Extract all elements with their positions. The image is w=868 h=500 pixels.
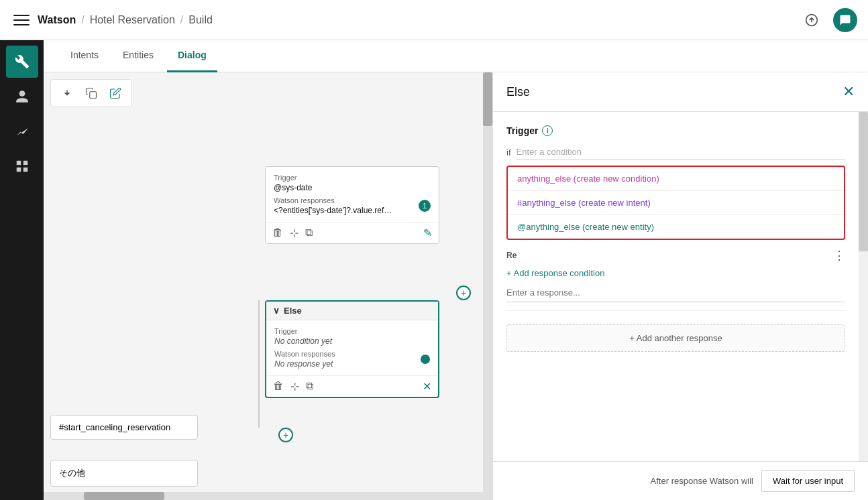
right-panel-header: ✕ — [493, 72, 868, 112]
watson-responses-value-1: <?entities['sys-date']?.value.reformatDa… — [274, 206, 394, 215]
sono-ta-card: その他 — [50, 460, 198, 487]
connector-plus-2[interactable]: + — [278, 428, 293, 442]
node-footer-2: 🗑 ⊹ ⧉ ✕ — [266, 375, 438, 397]
edit-icon-1[interactable]: ✎ — [423, 227, 432, 239]
trigger-info-icon[interactable]: i — [542, 125, 553, 136]
node-footer-1: 🗑 ⊹ ⧉ ✎ — [266, 222, 439, 243]
right-panel-body: Trigger i if a — [493, 112, 859, 461]
connector-line-left — [258, 300, 260, 428]
sidebar-item-analytics[interactable] — [6, 115, 38, 147]
move-icon-2[interactable]: ⊹ — [290, 380, 299, 393]
wait-user-input-button[interactable]: Wait for user input — [761, 470, 855, 492]
trigger-section-title: Trigger i — [506, 125, 845, 136]
three-dot-button[interactable]: ⋮ — [833, 248, 845, 263]
right-panel-scrollbar-thumb[interactable] — [859, 112, 868, 251]
node-sys-date-body: Trigger @sys-date Watson responses <?ent… — [266, 167, 439, 222]
node-footer-icons-1: 🗑 ⊹ ⧉ — [272, 227, 313, 239]
sono-ta-text: その他 — [59, 468, 85, 478]
sidebar-item-grid[interactable] — [6, 150, 38, 182]
divider — [506, 310, 845, 311]
right-panel-scrollbar[interactable] — [859, 112, 868, 461]
trigger-if-label: if — [506, 147, 511, 158]
start-canceling-text: #start_canceling_reservation — [59, 422, 170, 432]
trigger-label-2: Trigger — [274, 327, 430, 335]
canvas-scrollbar-thumb[interactable] — [483, 72, 492, 126]
dropdown-item-anything-else-intent[interactable]: #anything_else (create new intent) — [508, 191, 844, 215]
trigger-value-1: @sys-date — [274, 183, 431, 192]
condition-dropdown: anything_else (create new condition) #an… — [506, 166, 845, 240]
export-button[interactable] — [801, 9, 822, 31]
copy-icon-1[interactable]: ⧉ — [305, 227, 313, 239]
node-else-header: ∨ Else — [266, 302, 438, 320]
node-else-body: Trigger No condition yet Watson response… — [266, 320, 438, 375]
canvas-hscrollbar-thumb[interactable] — [84, 492, 164, 500]
move-tool-button[interactable] — [58, 84, 76, 103]
dialog-area: Trigger @sys-date Watson responses <?ent… — [44, 72, 868, 500]
tab-entities[interactable]: Entities — [112, 40, 164, 72]
edit-tool-button[interactable] — [106, 84, 125, 103]
trash-icon-2[interactable]: 🗑 — [273, 380, 284, 393]
move-icon-1[interactable]: ⊹ — [290, 227, 299, 239]
right-panel: ✕ Trigger i if — [492, 72, 868, 500]
start-canceling-card: #start_canceling_reservation — [50, 415, 198, 440]
copy-button[interactable] — [82, 84, 101, 103]
sidebar-item-tools[interactable] — [6, 46, 38, 78]
brand-sep2: / — [180, 14, 183, 26]
tab-dialog[interactable]: Dialog — [167, 40, 217, 72]
brand-sep1: / — [81, 14, 84, 26]
node-else: ∨ Else Trigger No condition yet Watson r… — [265, 300, 439, 398]
close-icon-2[interactable]: ✕ — [423, 380, 431, 393]
node-sys-date: Trigger @sys-date Watson responses <?ent… — [265, 166, 439, 244]
watson-badge-1: 1 — [419, 200, 431, 212]
brand-hotel: Hotel Reservation — [90, 14, 175, 26]
trigger-label-1: Trigger — [274, 174, 431, 182]
watson-responses-label-1: Watson responses — [274, 196, 394, 204]
sidebar-item-person[interactable] — [6, 80, 38, 113]
svg-rect-5 — [90, 92, 97, 99]
right-panel-footer: After response Watson will Wait for user… — [493, 461, 868, 500]
copy-icon-2[interactable]: ⧉ — [306, 380, 313, 393]
sidebar — [0, 40, 44, 500]
main-layout: Intents Entities Dialog — [0, 40, 868, 500]
chat-button[interactable] — [833, 8, 857, 32]
response-label: Re — [506, 251, 517, 260]
dropdown-item-anything-else-condition[interactable]: anything_else (create new condition) — [508, 167, 844, 191]
brand-build: Build — [188, 14, 213, 26]
topbar-actions — [801, 8, 857, 32]
menu-button[interactable] — [11, 9, 32, 31]
trigger-condition-input[interactable] — [517, 144, 846, 160]
after-response-label: After response Watson will — [651, 476, 753, 486]
green-dot-2 — [421, 355, 430, 364]
svg-rect-3 — [16, 168, 20, 172]
tab-intents[interactable]: Intents — [60, 40, 109, 72]
content-area: Intents Entities Dialog — [44, 40, 868, 500]
breadcrumb: Watson / Hotel Reservation / Build — [38, 14, 213, 26]
response-section-header: Re ⋮ — [506, 248, 845, 263]
watson-responses-label-2: Watson responses — [274, 350, 335, 358]
dropdown-item-anything-else-entity[interactable]: @anything_else (create new entity) — [508, 215, 844, 239]
canvas[interactable]: Trigger @sys-date Watson responses <?ent… — [44, 72, 492, 500]
brand-watson: Watson — [38, 14, 76, 26]
enter-response-input[interactable] — [506, 284, 845, 302]
add-another-response-button[interactable]: + Add another response — [506, 324, 845, 352]
node-footer-icons-2: 🗑 ⊹ ⧉ — [273, 380, 313, 393]
add-response-condition-button[interactable]: + Add response condition — [506, 268, 845, 278]
topbar: Watson / Hotel Reservation / Build — [0, 0, 868, 40]
trigger-value-2: No condition yet — [274, 336, 430, 346]
connector-plus-1[interactable]: + — [456, 286, 471, 300]
canvas-hscrollbar[interactable] — [44, 492, 483, 500]
svg-rect-1 — [16, 161, 20, 165]
responses-row-2: Watson responses No response yet — [274, 350, 430, 369]
responses-row-1: Watson responses <?entities['sys-date']?… — [274, 196, 431, 215]
watson-responses-value-2: No response yet — [274, 359, 335, 369]
svg-rect-2 — [23, 161, 27, 165]
trigger-input-row: if — [506, 144, 845, 160]
right-panel-close-button[interactable]: ✕ — [843, 83, 855, 101]
right-panel-title-input[interactable] — [506, 85, 843, 99]
tabs-bar: Intents Entities Dialog — [44, 40, 868, 72]
canvas-toolbar — [50, 79, 132, 107]
trash-icon-1[interactable]: 🗑 — [272, 227, 283, 239]
svg-rect-4 — [23, 168, 27, 172]
canvas-scrollbar[interactable] — [483, 72, 492, 500]
else-header-title: Else — [284, 306, 302, 316]
